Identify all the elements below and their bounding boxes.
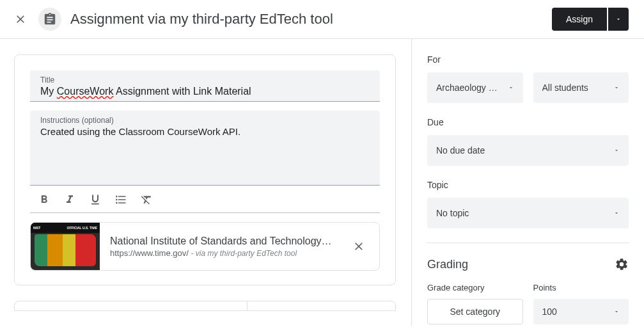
assign-button-group: Assign (552, 8, 629, 31)
for-label: For (427, 54, 629, 65)
title-input[interactable]: My CourseWork Assignment with Link Mater… (40, 84, 370, 97)
class-select[interactable]: Archaeology … (427, 72, 523, 103)
points-label: Points (533, 283, 629, 292)
page-title: Assignment via my third-party EdTech too… (70, 11, 552, 28)
clear-format-button[interactable] (139, 192, 154, 207)
grading-header: Grading (427, 243, 629, 271)
assign-button[interactable]: Assign (552, 8, 607, 31)
due-label: Due (427, 117, 629, 127)
secondary-card (14, 301, 396, 311)
due-date-select[interactable]: No due date (427, 135, 629, 166)
students-select[interactable]: All students (533, 72, 629, 103)
underline-button[interactable] (88, 192, 103, 207)
attachment-thumbnail: NIST OFFICIAL U.S. TIME (31, 223, 100, 270)
bold-button[interactable] (36, 192, 52, 207)
close-icon[interactable] (13, 12, 28, 27)
attachment-title: National Institute of Standards and Tech… (110, 235, 333, 247)
attachment-card[interactable]: NIST OFFICIAL U.S. TIME National Institu… (30, 222, 380, 271)
assignment-card: Title My CourseWork Assignment with Link… (14, 54, 396, 285)
grading-label: Grading (427, 258, 468, 271)
attachment-via: - via my third-party EdTech tool (191, 249, 297, 258)
assign-dropdown-button[interactable] (608, 8, 629, 31)
instructions-input[interactable]: Created using the Classroom CourseWork A… (40, 125, 370, 181)
italic-button[interactable] (62, 192, 77, 207)
body: Title My CourseWork Assignment with Link… (0, 39, 644, 326)
topic-select[interactable]: No topic (427, 198, 629, 228)
grading-settings-button[interactable] (615, 257, 629, 271)
points-select[interactable]: 100 (533, 299, 629, 324)
instructions-field[interactable]: Instructions (optional) Created using th… (30, 111, 380, 186)
caret-down-icon (613, 210, 620, 216)
header: Assignment via my third-party EdTech too… (0, 0, 644, 39)
remove-attachment-button[interactable] (343, 231, 374, 262)
caret-down-icon (613, 147, 620, 154)
caret-down-icon (508, 84, 514, 91)
grade-category-column: Grade category Set category (427, 283, 523, 324)
sidebar: For Archaeology … All students Due No du… (412, 39, 644, 326)
close-icon (352, 240, 365, 253)
attachment-url: https://www.time.gov/ (110, 248, 189, 258)
gear-icon (615, 257, 629, 271)
caret-down-icon (615, 16, 622, 22)
spellcheck-word: CourseWork (57, 86, 114, 97)
title-field[interactable]: Title My CourseWork Assignment with Link… (30, 70, 380, 102)
instructions-label: Instructions (optional) (40, 116, 370, 125)
grade-category-label: Grade category (427, 283, 523, 292)
caret-down-icon (613, 84, 620, 91)
attachment-info: National Institute of Standards and Tech… (100, 235, 343, 258)
topic-label: Topic (427, 180, 629, 190)
caret-down-icon (613, 308, 620, 315)
set-category-button[interactable]: Set category (427, 299, 523, 324)
editor-pane: Title My CourseWork Assignment with Link… (0, 39, 412, 326)
format-toolbar (30, 186, 380, 213)
points-column: Points 100 (533, 283, 629, 324)
assignment-icon (38, 8, 61, 31)
bullet-list-button[interactable] (113, 192, 129, 207)
title-label: Title (40, 76, 370, 84)
